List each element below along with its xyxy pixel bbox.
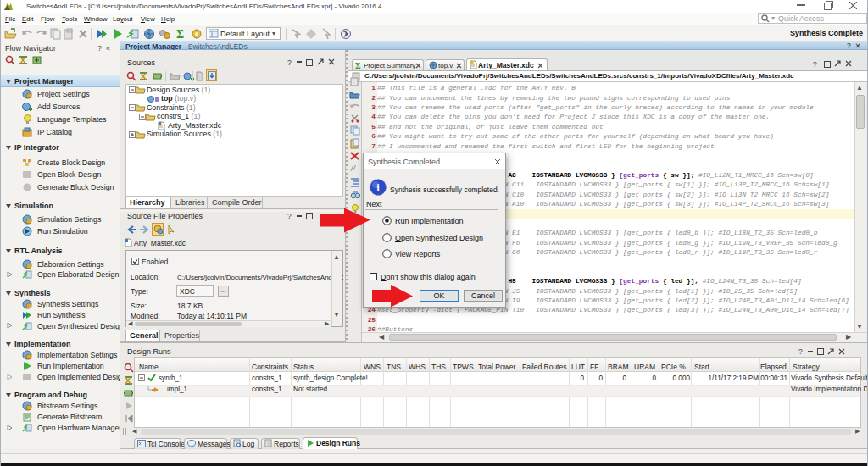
svg-text:Σ: Σ — [176, 28, 184, 40]
svg-text:i: i — [376, 181, 380, 194]
svg-text:Σ: Σ — [355, 61, 361, 69]
